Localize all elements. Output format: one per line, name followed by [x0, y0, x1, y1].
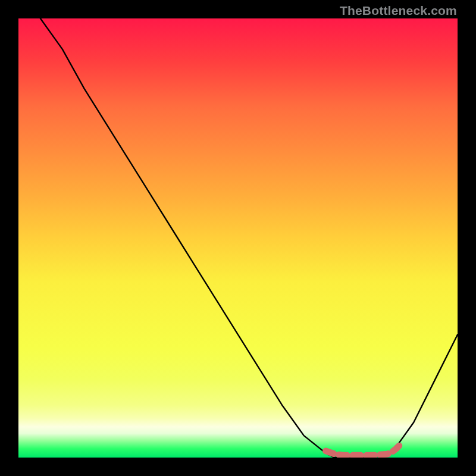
watermark-text: TheBottleneck.com [340, 4, 457, 18]
chart-container: TheBottleneck.com [0, 0, 476, 476]
optimal-zone-marker [326, 444, 400, 455]
chart-svg [18, 18, 458, 458]
bottleneck-curve [40, 18, 458, 458]
